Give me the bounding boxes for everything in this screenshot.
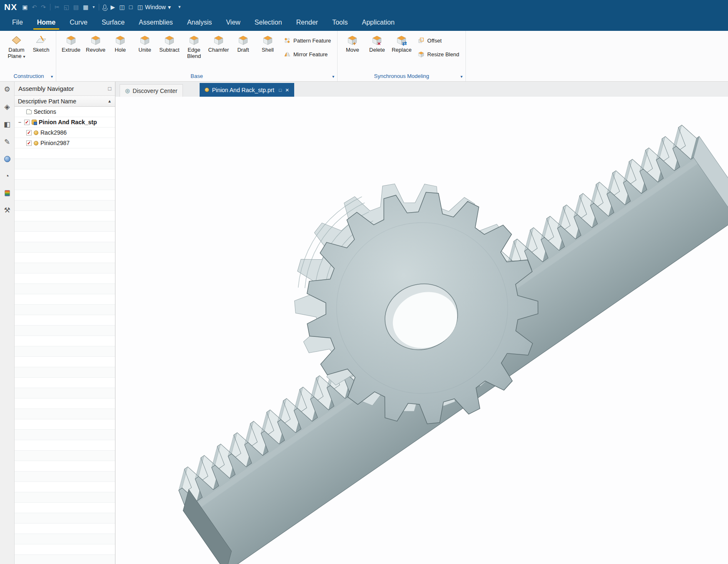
assembly-icon xyxy=(32,120,37,125)
window-menu[interactable]: ◫ Window ▾ xyxy=(138,4,171,10)
history-icon[interactable]: ◔ xyxy=(5,173,9,180)
shell-button[interactable]: Shell xyxy=(256,33,280,55)
redo-icon[interactable]: ↷ xyxy=(41,4,46,10)
paste-icon[interactable]: ▤ xyxy=(73,4,79,10)
indent xyxy=(18,143,24,143)
menu-render[interactable]: Render xyxy=(289,14,325,31)
tree-row-empty xyxy=(15,399,115,409)
revolve-button[interactable]: Revolve xyxy=(84,33,108,55)
color-map-icon[interactable] xyxy=(5,190,10,196)
tree-item-pinion2987[interactable]: ✓Pinion2987 xyxy=(15,138,115,148)
menu-home[interactable]: Home xyxy=(30,14,63,31)
hole-button[interactable]: Hole xyxy=(108,33,132,55)
menu-assemblies[interactable]: Assemblies xyxy=(132,14,180,31)
undock-tab-icon[interactable]: □ xyxy=(279,88,282,93)
tree-row-empty xyxy=(15,148,115,159)
menu-curve[interactable]: Curve xyxy=(63,14,95,31)
extrude-button[interactable]: Extrude xyxy=(59,33,83,55)
base-buttons: ExtrudeRevolveHoleUniteSubtractEdge Blen… xyxy=(58,31,336,72)
resource-bar: ⚙◈◧✎◔⚒ xyxy=(0,82,15,564)
save-icon[interactable]: ▣ xyxy=(22,4,28,10)
annotation-icon[interactable]: ✎ xyxy=(4,138,10,145)
menu-view[interactable]: View xyxy=(219,14,247,31)
offset-button[interactable]: Offset xyxy=(418,37,459,44)
menu-surface[interactable]: Surface xyxy=(95,14,132,31)
svg-text:⇄: ⇄ xyxy=(402,40,407,46)
panel-display-icon[interactable]: □ xyxy=(108,85,111,92)
tree-row-empty xyxy=(15,357,115,367)
panel-header: Assembly Navigator □ xyxy=(15,82,115,96)
settings-icon[interactable]: ⚙ xyxy=(4,86,10,93)
datum-plane-button[interactable]: Datum Plane ▾ xyxy=(5,33,28,61)
checkbox[interactable]: ✓ xyxy=(24,120,30,125)
unite-button[interactable]: Unite xyxy=(133,33,157,55)
tree-row-empty xyxy=(15,367,115,378)
tree-row-empty xyxy=(15,326,115,336)
menu-analysis[interactable]: Analysis xyxy=(180,14,219,31)
tree-item-label: Pinion And Rack_stp xyxy=(39,119,97,125)
edge-blend-button[interactable]: Edge Blend xyxy=(182,33,206,61)
chamfer-button[interactable]: Chamfer xyxy=(207,33,230,55)
resize-blend-button[interactable]: Resize Blend xyxy=(418,51,459,58)
draft-button[interactable]: Draft xyxy=(231,33,255,55)
tree-row-empty xyxy=(15,492,115,503)
sketch-button[interactable]: Sketch xyxy=(29,33,53,55)
ribbon-group-construction: Datum Plane ▾Sketch Construction ▾ xyxy=(2,31,56,81)
pattern-feature-button[interactable]: Pattern Feature xyxy=(284,37,331,44)
viewport-canvas[interactable] xyxy=(115,97,728,564)
menu-file[interactable]: File xyxy=(5,14,30,31)
assembly-navigator-icon[interactable]: ◈ xyxy=(4,103,10,110)
cut-icon[interactable]: ✂ xyxy=(55,4,60,10)
send-icon[interactable]: ▶ xyxy=(110,4,115,10)
tree-item-pinion-and-rack-stp[interactable]: −✓Pinion And Rack_stp xyxy=(15,117,115,128)
copy-screen-icon[interactable]: ◫ xyxy=(119,4,125,10)
document-area: ◎ Discovery Center Pinion And Rack_stp.p… xyxy=(115,82,728,564)
menu-tools[interactable]: Tools xyxy=(325,14,355,31)
group-label-base[interactable]: Base ▾ xyxy=(58,72,336,81)
tree-row-empty xyxy=(15,461,115,471)
utilities-icon[interactable]: ⚒ xyxy=(4,207,10,214)
tree-item-sections[interactable]: Sections xyxy=(15,107,115,117)
web-browser-icon[interactable] xyxy=(4,156,10,162)
menu-selection[interactable]: Selection xyxy=(248,14,289,31)
close-tab-icon[interactable]: × xyxy=(285,86,289,93)
view-list-icon[interactable]: ▦ xyxy=(83,4,88,10)
construction-buttons: Datum Plane ▾Sketch xyxy=(3,31,55,72)
window-frame-icon[interactable]: □ xyxy=(129,4,132,10)
group-caret-icon[interactable]: ▾ xyxy=(332,73,334,81)
tree-row-empty xyxy=(15,336,115,346)
group-caret-icon[interactable]: ▾ xyxy=(460,73,463,81)
expander-icon[interactable]: − xyxy=(18,119,22,125)
viewport[interactable] xyxy=(115,97,728,564)
move-button[interactable]: +Move xyxy=(340,33,364,55)
sort-ascending-icon[interactable]: ▲ xyxy=(108,99,112,103)
menu-application[interactable]: Application xyxy=(355,14,402,31)
constraints-icon[interactable]: ◧ xyxy=(4,121,10,128)
assembly-navigator-panel: Assembly Navigator □ Descriptive Part Na… xyxy=(15,82,115,564)
group-caret-icon[interactable]: ▾ xyxy=(51,73,53,81)
group-label-construction[interactable]: Construction ▾ xyxy=(3,72,55,81)
small-button-column: Pattern FeatureMirror Feature xyxy=(280,33,334,58)
mirror-feature-button[interactable]: Mirror Feature xyxy=(284,51,331,58)
synchronous-modeling-buttons: +Move×Delete⇄ReplaceOffsetResize Blend xyxy=(339,31,464,72)
tab-discovery-center[interactable]: ◎ Discovery Center xyxy=(120,84,183,97)
group-label-text: Base xyxy=(190,73,203,79)
copy-icon[interactable]: ◱ xyxy=(64,4,69,10)
group-label-synchronous-modeling[interactable]: Synchronous Modeling ▾ xyxy=(339,72,464,81)
column-header[interactable]: Descriptive Part Name ▲ xyxy=(15,96,115,107)
dropdown-caret-icon[interactable]: ▾ xyxy=(93,5,95,9)
tree-item-label: Pinion2987 xyxy=(40,140,70,146)
tree-row-empty xyxy=(15,180,115,190)
toolbar-customize-caret[interactable]: ▾ xyxy=(178,4,181,10)
checkbox[interactable]: ✓ xyxy=(26,140,32,146)
microphone-icon[interactable] xyxy=(103,5,106,9)
tab-pinion-and-rack-stp-prt[interactable]: Pinion And Rack_stp.prt □ × xyxy=(200,83,294,97)
checkbox[interactable]: ✓ xyxy=(26,130,32,135)
tree-row-empty xyxy=(15,315,115,326)
subtract-button[interactable]: Subtract xyxy=(158,33,181,55)
undo-icon[interactable]: ↶ xyxy=(32,4,37,10)
tree-row-empty xyxy=(15,221,115,232)
replace-button[interactable]: ⇄Replace xyxy=(390,33,413,55)
delete-button[interactable]: ×Delete xyxy=(365,33,389,55)
tree-item-rack2986[interactable]: ✓Rack2986 xyxy=(15,128,115,138)
